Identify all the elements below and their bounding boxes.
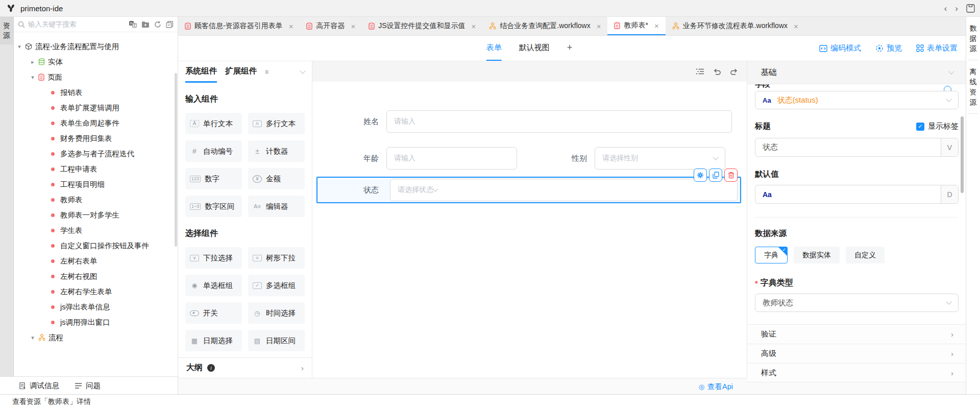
palette-item-auto-number[interactable]: #自动编号 bbox=[185, 140, 242, 162]
search-input[interactable] bbox=[28, 20, 126, 28]
form-settings-button[interactable]: 表单设置 bbox=[916, 43, 958, 53]
section-validation[interactable]: 验证 › bbox=[747, 324, 966, 344]
palette-menu-icon[interactable]: ≡ bbox=[265, 68, 268, 76]
add-folder-icon[interactable] bbox=[141, 21, 150, 28]
tree-item-page[interactable]: 多选参与者子流程迭代 bbox=[14, 146, 178, 161]
editor-tab-active[interactable]: 教师表* × bbox=[607, 17, 665, 35]
palette-item-date-range[interactable]: ▤日期区间 bbox=[248, 330, 305, 351]
tab-form[interactable]: 表单 bbox=[486, 36, 502, 61]
tree-item-root[interactable]: ▾ 流程-业务流程配置与使用 bbox=[14, 39, 178, 54]
age-input-widget[interactable]: 请输入 bbox=[386, 147, 517, 170]
close-tab-icon[interactable]: × bbox=[794, 22, 798, 30]
close-tab-icon[interactable]: × bbox=[472, 22, 476, 30]
add-view-button[interactable]: + bbox=[567, 36, 573, 61]
tree-item-page[interactable]: 工程申请表 bbox=[14, 161, 178, 177]
palette-item-single-line-text[interactable]: A单行文本 bbox=[185, 113, 242, 134]
caret-right-icon[interactable]: ▸ bbox=[30, 59, 36, 65]
editor-tab[interactable]: 结合业务查询配置.workflowx × bbox=[482, 17, 607, 35]
rail-tab-resources[interactable]: 资源 bbox=[0, 17, 13, 44]
caret-down-icon[interactable]: ▾ bbox=[30, 334, 36, 341]
caret-down-icon[interactable]: ▾ bbox=[30, 74, 36, 81]
tree-item-page[interactable]: js调用弹出窗口 bbox=[14, 315, 178, 330]
section-style[interactable]: 样式 › bbox=[747, 363, 966, 382]
outline-icon[interactable] bbox=[696, 68, 704, 75]
refresh-icon[interactable] bbox=[154, 21, 161, 28]
palette-item-currency[interactable]: ¥金额 bbox=[248, 168, 305, 189]
tree-item-page[interactable]: 左树右表单 bbox=[14, 253, 178, 269]
field-select[interactable]: Aa 状态(status) bbox=[755, 91, 959, 109]
palette-item-number[interactable]: 123数字 bbox=[185, 168, 242, 189]
nav-forward-icon[interactable]: › bbox=[955, 4, 958, 13]
code-mode-button[interactable]: 编码模式 bbox=[819, 43, 861, 53]
tree-item-page[interactable]: 工程项目明细 bbox=[14, 177, 178, 192]
view-api-link[interactable]: ◎ 查看Api bbox=[699, 382, 733, 392]
palette-item-editor[interactable]: A≡编辑器 bbox=[248, 196, 305, 217]
tab-default-view[interactable]: 默认视图 bbox=[519, 36, 550, 61]
palette-item-tree-dropdown[interactable]: ≡树形下拉 bbox=[248, 247, 305, 269]
editor-tab[interactable]: 顾客信息-资源容器引用表单 × bbox=[178, 17, 300, 35]
tree-item-page[interactable]: js弹出表单信息 bbox=[14, 299, 178, 315]
editor-tab[interactable]: 高开容器 × bbox=[300, 17, 362, 35]
close-tab-icon[interactable]: × bbox=[654, 22, 659, 30]
nav-back-icon[interactable]: ‹ bbox=[944, 4, 947, 13]
tree-item-process[interactable]: ▾ 流程 bbox=[14, 330, 178, 345]
tab-extension-components[interactable]: 扩展组件 bbox=[225, 61, 257, 83]
palette-item-multi-line-text[interactable]: A多行文本 bbox=[248, 113, 305, 134]
title-variable-button[interactable]: V bbox=[941, 138, 958, 156]
status-select-widget[interactable]: 请选择状态 bbox=[390, 179, 738, 201]
caret-down-icon[interactable]: ▾ bbox=[16, 43, 22, 50]
close-tab-icon[interactable]: × bbox=[351, 22, 355, 30]
tree-item-page[interactable]: 表单生命周起事件 bbox=[14, 115, 178, 131]
close-tab-icon[interactable]: × bbox=[289, 22, 293, 30]
redo-icon[interactable] bbox=[730, 68, 738, 76]
palette-item-switch[interactable]: ●开关 bbox=[185, 302, 242, 324]
tree-item-page[interactable]: 教师表一对多学生 bbox=[14, 207, 178, 223]
tree-item-page[interactable]: 自定义窗口操作按钮及事件 bbox=[14, 238, 178, 253]
tab-system-components[interactable]: 系统组件 bbox=[185, 61, 217, 83]
debug-info-button[interactable]: 调试信息 bbox=[18, 381, 59, 391]
undo-icon[interactable] bbox=[713, 68, 721, 76]
tree-item-pages[interactable]: ▾ 页面 bbox=[14, 69, 178, 85]
show-label-toggle[interactable]: ✓ 显示标签 bbox=[916, 122, 959, 131]
name-input-widget[interactable]: 请输入 bbox=[386, 110, 732, 133]
palette-item-date-picker[interactable]: ▦日期选择 bbox=[185, 330, 242, 351]
palette-item-dropdown[interactable]: ∨下拉选择 bbox=[185, 247, 242, 269]
editor-tab[interactable]: 业务环节修改流程表单.workflowx × bbox=[666, 17, 805, 35]
rail-tab-offline-resources[interactable]: 离线资源 bbox=[966, 60, 980, 113]
checkbox-checked-icon[interactable]: ✓ bbox=[916, 123, 924, 131]
default-value-input[interactable]: Aa bbox=[755, 185, 941, 203]
properties-section-basic[interactable]: 基础 bbox=[747, 61, 966, 84]
collapse-all-icon[interactable] bbox=[166, 21, 174, 28]
rail-tab-datasource[interactable]: 数据源 bbox=[966, 17, 980, 60]
datasource-entity-button[interactable]: 数据实体 bbox=[794, 247, 840, 263]
title-input[interactable]: 状态 bbox=[755, 138, 941, 156]
outline-section[interactable]: 大纲 i › bbox=[178, 357, 312, 378]
gender-select-widget[interactable]: 请选择性别 bbox=[595, 147, 725, 170]
tree-item-page[interactable]: 左树右学生表单 bbox=[14, 284, 178, 299]
palette-item-checkbox-group[interactable]: ✓多选框组 bbox=[248, 275, 305, 296]
save-layout-icon[interactable] bbox=[966, 4, 975, 13]
datasource-custom-button[interactable]: 自定义 bbox=[846, 247, 885, 263]
problems-button[interactable]: 问题 bbox=[75, 381, 101, 391]
tree-item-page[interactable]: 财务费用归集表 bbox=[14, 131, 178, 146]
locale-icon[interactable]: in文 bbox=[129, 20, 137, 28]
dict-type-select[interactable]: 教师状态 bbox=[755, 294, 959, 312]
widget-settings-button[interactable] bbox=[694, 169, 707, 182]
palette-item-time-picker[interactable]: ◷时间选择 bbox=[248, 302, 305, 324]
palette-item-number-range[interactable]: 1~3数字区间 bbox=[185, 196, 242, 217]
widget-copy-button[interactable] bbox=[709, 169, 722, 182]
properties-scrollbar[interactable] bbox=[961, 116, 964, 193]
tree-item-page[interactable]: 报销表 bbox=[14, 85, 178, 100]
collapse-palette-icon[interactable] bbox=[300, 68, 305, 74]
tree-item-page[interactable]: 左树右视图 bbox=[14, 269, 178, 284]
close-tab-icon[interactable]: × bbox=[597, 22, 601, 30]
preview-button[interactable]: 预览 bbox=[875, 43, 902, 53]
default-dynamic-button[interactable]: D bbox=[941, 185, 958, 203]
tree-item-page[interactable]: 表单扩展逻辑调用 bbox=[14, 100, 178, 115]
tree-item-entity[interactable]: ▸ 实体 bbox=[14, 54, 178, 69]
section-advanced[interactable]: 高级 › bbox=[747, 344, 966, 363]
palette-item-radio-group[interactable]: ◉单选框组 bbox=[185, 275, 242, 296]
widget-delete-button[interactable] bbox=[724, 169, 738, 182]
datasource-dict-button[interactable]: 字典 ✓ bbox=[755, 247, 788, 263]
editor-tab[interactable]: JS设置控件提交值和显示值 × bbox=[362, 17, 482, 35]
